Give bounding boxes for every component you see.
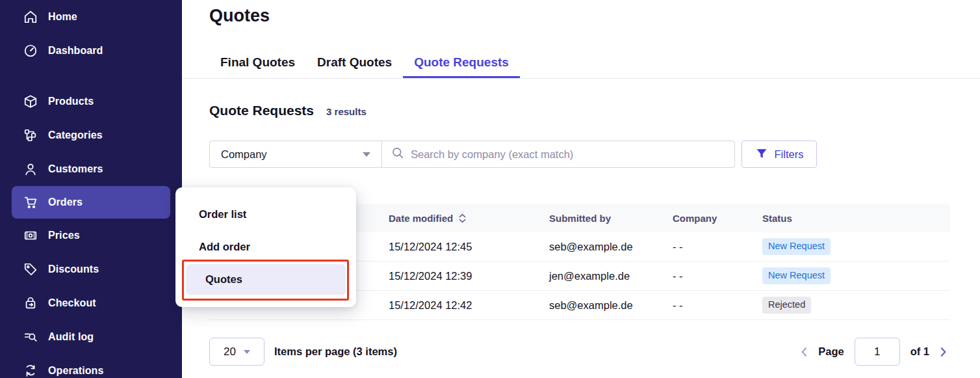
filters-button-label: Filters — [775, 148, 804, 161]
sidebar: Home Dashboard Products Categories Cust — [0, 0, 182, 378]
cell-submitted-by: seb@example.de — [549, 241, 673, 253]
sidebar-item-label: Checkout — [48, 297, 96, 309]
per-page-select[interactable]: 20 — [209, 338, 264, 366]
search-box — [381, 141, 735, 168]
cell-company: - - — [673, 299, 762, 312]
status-badge: New Request — [762, 238, 831, 255]
dashboard-icon — [23, 43, 38, 59]
operations-icon — [23, 363, 38, 378]
orders-icon — [23, 195, 38, 210]
chevron-right-icon[interactable] — [936, 345, 950, 359]
sidebar-item-label: Customers — [48, 163, 103, 175]
column-header-date-modified[interactable]: Date modified — [389, 213, 549, 224]
audit-log-icon — [23, 329, 38, 345]
tab-final-quotes[interactable]: Final Quotes — [209, 55, 306, 78]
sidebar-item-label: Audit log — [48, 331, 94, 343]
section-title: Quote Requests — [209, 103, 314, 118]
cell-submitted-by: jen@example.de — [549, 270, 673, 282]
sidebar-item-dashboard[interactable]: Dashboard — [0, 34, 182, 68]
tab-draft-quotes[interactable]: Draft Quotes — [306, 55, 403, 78]
company-filter-value: Company — [221, 148, 267, 161]
tab-quote-requests[interactable]: Quote Requests — [403, 55, 520, 78]
column-header-label: Date modified — [389, 213, 453, 224]
page-number-input[interactable] — [855, 338, 900, 366]
sidebar-item-label: Prices — [48, 230, 80, 241]
tab-bar: Final Quotes Draft Quotes Quote Requests — [182, 56, 980, 79]
sidebar-item-audit-log[interactable]: Audit log — [0, 320, 182, 354]
sidebar-item-label: Dashboard — [48, 45, 103, 57]
flyout-item-quotes-label: Quotes — [205, 273, 242, 286]
sidebar-item-customers[interactable]: Customers — [0, 152, 182, 186]
flyout-item-add-order[interactable]: Add order — [199, 241, 250, 253]
per-page-value: 20 — [224, 345, 236, 358]
column-header-company: Company — [673, 213, 762, 224]
cell-company: - - — [673, 270, 762, 282]
cell-submitted-by: seb@example.de — [549, 299, 673, 312]
prices-icon — [23, 228, 38, 243]
sidebar-item-checkout[interactable]: Checkout — [0, 286, 182, 320]
cell-date-modified: 15/12/2024 12:39 — [389, 270, 549, 282]
cell-date-modified: 15/12/2024 12:45 — [389, 241, 549, 253]
section-header: Quote Requests 3 results — [209, 103, 367, 118]
sidebar-item-label: Categories — [48, 129, 103, 141]
sidebar-item-label: Products — [48, 96, 94, 107]
cell-date-modified: 15/12/2024 12:42 — [389, 299, 549, 312]
categories-icon — [23, 128, 38, 143]
sidebar-item-label: Operations — [48, 365, 103, 377]
sidebar-item-categories[interactable]: Categories — [0, 118, 182, 152]
sidebar-item-orders[interactable]: Orders — [12, 186, 170, 219]
checkout-icon — [23, 295, 38, 311]
app-window: Home Dashboard Products Categories Cust — [0, 0, 980, 378]
sidebar-item-operations[interactable]: Operations — [0, 354, 182, 378]
sidebar-item-label: Orders — [48, 196, 83, 208]
products-icon — [23, 94, 38, 109]
discounts-icon — [23, 262, 38, 277]
chevron-down-icon — [363, 152, 370, 157]
company-filter-select[interactable]: Company — [209, 141, 382, 168]
cell-status: New Request — [762, 267, 950, 284]
home-icon — [23, 9, 38, 25]
status-badge: New Request — [762, 267, 831, 284]
sidebar-section-gap — [0, 68, 182, 85]
search-icon — [391, 146, 404, 162]
flyout-item-quotes[interactable]: Quotes — [186, 264, 346, 295]
page-navigation: Page of 1 — [797, 338, 950, 366]
column-header-status: Status — [762, 213, 950, 224]
of-total-label: of 1 — [910, 345, 929, 358]
filter-row: Company Filters — [209, 141, 817, 168]
sidebar-item-products[interactable]: Products — [0, 85, 182, 118]
sidebar-item-home[interactable]: Home — [0, 0, 182, 34]
search-input[interactable] — [411, 148, 725, 161]
chevron-down-icon — [244, 350, 250, 354]
sidebar-item-label: Discounts — [48, 263, 99, 275]
items-per-page-label: Items per page (3 items) — [274, 345, 397, 358]
sidebar-item-label: Home — [48, 11, 77, 23]
filter-funnel-icon — [755, 147, 768, 162]
status-badge: Rejected — [762, 297, 811, 314]
sidebar-item-prices[interactable]: Prices — [0, 219, 182, 252]
items-per-page-control: 20 Items per page (3 items) — [209, 338, 397, 366]
sort-icon[interactable] — [459, 213, 466, 223]
flyout-item-order-list[interactable]: Order list — [199, 208, 246, 221]
cell-status: New Request — [762, 238, 950, 255]
sidebar-item-discounts[interactable]: Discounts — [0, 252, 182, 286]
cell-status: Rejected — [762, 297, 950, 314]
customers-icon — [23, 161, 38, 177]
page-title: Quotes — [209, 6, 270, 26]
chevron-left-icon[interactable] — [797, 345, 812, 359]
column-header-submitted-by: Submitted by — [549, 213, 673, 224]
orders-flyout-menu: Order list Add order Quotes — [175, 187, 356, 307]
page-label: Page — [818, 345, 844, 358]
cell-company: - - — [673, 241, 762, 253]
results-count: 3 results — [326, 106, 367, 117]
filters-button[interactable]: Filters — [741, 141, 817, 168]
